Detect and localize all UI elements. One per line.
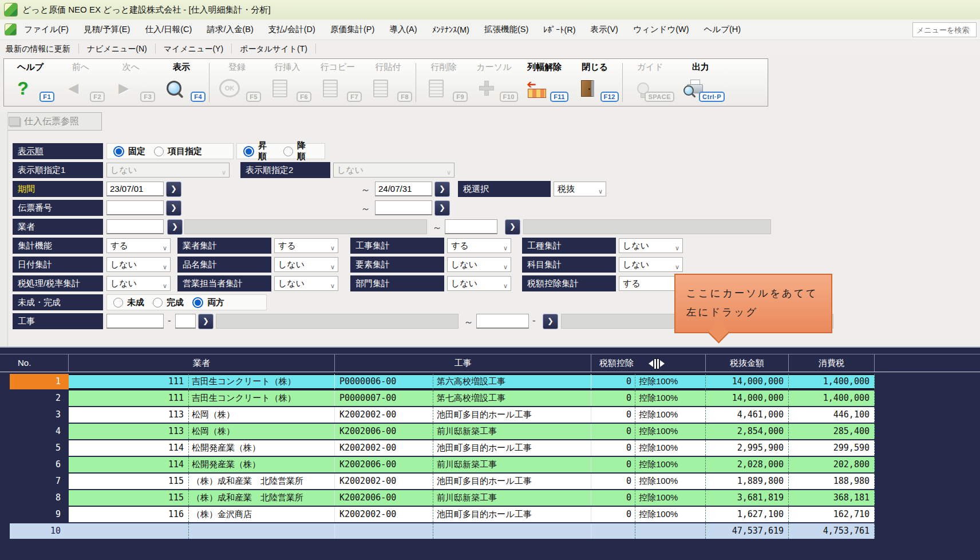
- radio-descending[interactable]: [283, 147, 293, 156]
- toolbar-view-button[interactable]: 表示 F4: [156, 61, 207, 104]
- project-to-input[interactable]: [476, 314, 529, 329]
- voucher-no-label: 伝票番号: [13, 200, 103, 216]
- menu-purchase[interactable]: 仕入/日報(C): [137, 24, 199, 35]
- voucher-no-from-input[interactable]: [106, 200, 164, 215]
- radio-complete[interactable]: [153, 298, 163, 307]
- taxproc-agg-select[interactable]: しない: [106, 276, 171, 291]
- project-agg-select[interactable]: する: [447, 238, 511, 253]
- vendor-agg-select[interactable]: する: [274, 238, 338, 253]
- row-number-selected[interactable]: 1: [10, 374, 69, 389]
- project-from-sub-input[interactable]: [175, 314, 196, 329]
- voucher-no-to-lookup-button[interactable]: [434, 200, 450, 216]
- table-row[interactable]: 2 111 吉田生コンクリート（株） P0000007-00 第七高校増設工事 …: [10, 391, 875, 406]
- nav-menu-button[interactable]: ナビメニュー(N): [79, 44, 156, 54]
- row-number[interactable]: 3: [10, 407, 69, 423]
- purchase-voucher-ref-button[interactable]: 仕入伝票参照: [3, 112, 102, 131]
- menu-estimate[interactable]: 見積/予算(E): [76, 24, 137, 35]
- radio-ascending[interactable]: [243, 146, 254, 157]
- row-number[interactable]: 4: [10, 424, 69, 439]
- menu-extensions[interactable]: 拡張機能(S): [477, 24, 536, 35]
- row-number[interactable]: 9: [10, 507, 69, 522]
- row-number[interactable]: 7: [10, 474, 69, 489]
- row-number[interactable]: 10: [10, 523, 69, 539]
- project-from-input[interactable]: [106, 314, 164, 329]
- menu-help[interactable]: ヘルプ(H): [697, 24, 749, 35]
- menu-window[interactable]: ウィンドウ(W): [626, 24, 697, 35]
- account-agg-select[interactable]: しない: [619, 257, 683, 272]
- tax-deduction-agg-select[interactable]: する: [619, 276, 683, 291]
- toolbar-next-button: 次へ F3: [106, 61, 156, 104]
- order-spec1-label: 表示順指定1: [13, 162, 103, 178]
- toolbar-separator: [209, 63, 210, 102]
- voucher-no-from-lookup-button[interactable]: [166, 200, 181, 216]
- menu-payment[interactable]: 支払/会計(D): [261, 24, 323, 35]
- header-vendor[interactable]: 業者: [69, 354, 335, 372]
- menu-file[interactable]: ファイル(F): [17, 24, 76, 35]
- worktype-agg-select[interactable]: しない: [619, 238, 683, 253]
- header-deduction[interactable]: 税額控除: [591, 354, 706, 372]
- row-number[interactable]: 5: [10, 440, 69, 456]
- toolbar-help-button[interactable]: ヘルプ F1: [5, 61, 56, 104]
- toolbar-close-button[interactable]: 閉じる F12: [570, 61, 620, 104]
- menu-search-input[interactable]: [912, 22, 977, 37]
- voucher-no-to-input[interactable]: [375, 200, 432, 215]
- date-agg-select[interactable]: しない: [106, 257, 171, 272]
- row-number[interactable]: 2: [10, 391, 69, 406]
- period-to-lookup-button[interactable]: [434, 182, 450, 197]
- header-no[interactable]: No.: [10, 354, 69, 372]
- window-title: どっと原価 NEO EX どっと建設株式会社 - [仕入明細集計・分析]: [22, 5, 271, 15]
- department-agg-select[interactable]: しない: [447, 276, 511, 291]
- period-from-lookup-button[interactable]: [166, 182, 181, 197]
- vendor-from-input[interactable]: [106, 219, 164, 234]
- project-to-lookup-button[interactable]: [543, 314, 558, 329]
- toolbar-column-width-reset-button[interactable]: 列幅解除 F11: [519, 61, 570, 104]
- menu-billing[interactable]: 請求/入金(B): [199, 24, 260, 35]
- table-row[interactable]: 1 111 吉田生コンクリート（株） P0000006-00 第六高校増設工事 …: [10, 374, 875, 389]
- vendor-agg-label: 業者集計: [177, 238, 271, 254]
- radio-incomplete[interactable]: [113, 298, 123, 307]
- project-from-lookup-button[interactable]: [198, 314, 214, 329]
- header-project[interactable]: 工事: [335, 354, 591, 372]
- column-resize-cursor[interactable]: [649, 359, 665, 369]
- menu-view[interactable]: 表示(V): [583, 24, 626, 35]
- menu-report[interactable]: ﾚﾎﾟｰﾄ(R): [536, 25, 583, 34]
- portal-site-button[interactable]: ポータルサイト(T): [232, 44, 316, 54]
- salesrep-agg-select[interactable]: しない: [274, 276, 338, 291]
- table-row[interactable]: 5 114 松開発産業（株） K2002002-00 池田町多目的ホール工事 0…: [10, 440, 875, 456]
- table-row[interactable]: 9 116 （株）金沢商店 K2002002-00 池田町多目的ホール工事 0 …: [10, 507, 875, 522]
- radio-both[interactable]: [192, 297, 203, 308]
- my-menu-button[interactable]: マイメニュー(Y): [156, 44, 232, 54]
- function-toolbar: ヘルプ F1 前へ F2 次へ F3 表示 F4 登録 OK F5 行挿入: [3, 58, 768, 107]
- period-from-input[interactable]: [106, 182, 164, 196]
- toolbar-output-button[interactable]: 出力 Ctrl·P: [675, 61, 726, 104]
- row-number[interactable]: 6: [10, 457, 69, 472]
- header-amount[interactable]: 税抜金額: [706, 354, 789, 372]
- row-number[interactable]: 8: [10, 490, 69, 506]
- menu-maintenance[interactable]: ﾒﾝﾃﾅﾝｽ(M): [425, 25, 477, 34]
- radio-item-specified[interactable]: [154, 147, 164, 156]
- table-row[interactable]: 4 113 松岡（株） K2002006-00 前川邸新築工事 0 控除100%…: [10, 424, 875, 439]
- tax-select[interactable]: 税抜: [554, 182, 606, 196]
- toolbar-row-paste-button: 行貼付 F8: [363, 61, 413, 104]
- element-agg-select[interactable]: しない: [447, 257, 511, 272]
- header-tax[interactable]: 消費税: [789, 354, 875, 372]
- table-row[interactable]: 6 114 松開発産業（株） K2002006-00 前川邸新築工事 0 控除1…: [10, 457, 875, 472]
- period-to-input[interactable]: [375, 182, 432, 196]
- menu-setup[interactable]: 導入(A): [382, 24, 424, 35]
- table-row[interactable]: 8 115 （株）成和産業 北陸営業所 K2002006-00 前川邸新築工事 …: [10, 490, 875, 506]
- agg-function-select[interactable]: する: [106, 238, 171, 253]
- vendor-from-lookup-button[interactable]: [167, 219, 183, 235]
- table-row[interactable]: 7 115 （株）成和産業 北陸営業所 K2002002-00 池田町多目的ホー…: [10, 474, 875, 489]
- table-total-row[interactable]: 10 47,537,619 4,753,761: [10, 523, 875, 539]
- radio-fixed[interactable]: [113, 146, 124, 157]
- item-agg-select[interactable]: しない: [274, 257, 338, 272]
- system-menu-icon[interactable]: [5, 23, 17, 36]
- account-agg-label: 科目集計: [522, 257, 616, 273]
- menu-cost[interactable]: 原価集計(P): [323, 24, 382, 35]
- vendor-to-input[interactable]: [445, 219, 497, 234]
- arrow-left-icon: [61, 76, 85, 101]
- table-row[interactable]: 3 113 松岡（株） K2002002-00 池田町多目的ホール工事 0 控除…: [10, 407, 875, 423]
- refresh-latest-button[interactable]: 最新の情報に更新: [0, 44, 79, 54]
- vendor-to-lookup-button[interactable]: [505, 219, 520, 235]
- period-label: 期間: [13, 181, 103, 197]
